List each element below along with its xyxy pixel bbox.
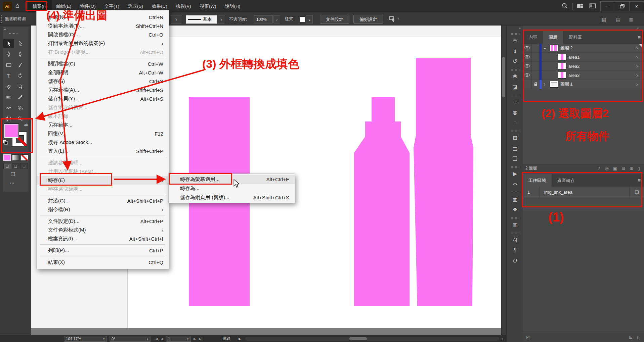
menu-item-document-color-mode[interactable]: 文件色彩模式(M)› xyxy=(37,226,169,234)
appearance-icon[interactable]: ◌ xyxy=(507,117,523,128)
artboard-number-combo[interactable]: 1∨ xyxy=(166,336,191,342)
dock-grip[interactable] xyxy=(511,130,519,132)
menu-help[interactable]: 說明(H) xyxy=(220,0,245,12)
eraser-tool[interactable] xyxy=(3,82,14,91)
rotate-tool[interactable] xyxy=(15,71,26,81)
panel-view-icon[interactable] xyxy=(589,3,596,10)
lasso-select-tool[interactable] xyxy=(15,82,26,91)
stroke-style-preview[interactable]: 基本 xyxy=(186,15,217,24)
menu-item-save-as[interactable]: 另存新檔(A)...Shift+Ctrl+S xyxy=(37,86,169,94)
menu-item-close[interactable]: 關閉檔案(C)Ctrl+W xyxy=(37,59,169,68)
paintbrush-tool[interactable] xyxy=(15,60,26,70)
target-circle-icon[interactable]: ○ xyxy=(635,55,638,60)
search-icon[interactable] xyxy=(561,2,568,10)
menu-item-invite-to-edit[interactable]: 邀請參與編輯... xyxy=(37,158,169,167)
minimize-button[interactable]: – xyxy=(600,1,615,11)
control-bar-grip[interactable] xyxy=(1,15,3,23)
first-artboard-icon[interactable]: |◀ xyxy=(155,337,158,341)
control-menu-icon[interactable]: ≣ xyxy=(629,15,633,24)
menu-item-export-as[interactable]: 轉存為... xyxy=(169,184,295,193)
layer-row-area2[interactable]: area2 ○ xyxy=(523,62,644,71)
object-name[interactable]: area3 xyxy=(568,73,635,78)
next-artboard-icon[interactable]: ▶ xyxy=(194,337,196,341)
swap-fill-stroke-icon[interactable]: ⇄ xyxy=(24,122,28,127)
horizontal-scrollbar[interactable] xyxy=(245,337,499,341)
draw-behind-mode[interactable]: ❏ xyxy=(12,163,19,169)
type-tool[interactable]: T xyxy=(3,71,14,81)
menu-window[interactable]: 視窗(W) xyxy=(196,0,221,12)
new-artboard-icon[interactable]: ❏ xyxy=(629,187,644,198)
menu-item-export-selection[interactable]: 轉存選取範圍... xyxy=(37,185,169,193)
paragraph-icon[interactable]: ¶ xyxy=(507,245,523,255)
object-name[interactable]: area2 xyxy=(568,64,635,69)
app-logo[interactable]: Ai xyxy=(3,2,12,11)
chevron-down-icon[interactable] xyxy=(544,46,548,51)
menu-item-share-for-review[interactable]: 共用以供審核 (Beta)... xyxy=(37,167,169,176)
pen-tool[interactable] xyxy=(3,50,14,59)
layer-name[interactable]: 圖層 2 xyxy=(560,45,635,51)
align-icon[interactable]: ▤ xyxy=(507,143,523,153)
locate-object-icon[interactable]: ◎ xyxy=(605,166,608,171)
menu-item-save-for-web-legacy[interactable]: 儲存為網頁用 (舊版)...Alt+Shift+Ctrl+S xyxy=(169,193,295,202)
dock-grip[interactable] xyxy=(511,94,519,96)
collapse-tools-icon[interactable]: « xyxy=(4,27,6,32)
menu-item-save-selected-slices[interactable]: 儲存選取的切片... xyxy=(37,103,169,112)
horizontal-scroll-thumb[interactable] xyxy=(349,337,367,340)
rectangle-tool[interactable] xyxy=(3,60,14,70)
lock-cell[interactable] xyxy=(532,71,540,80)
menu-item-close-all[interactable]: 全部關閉Alt+Ctrl+W xyxy=(37,68,169,77)
style-dropdown[interactable]: ∨ xyxy=(306,15,313,23)
restore-button[interactable] xyxy=(615,1,630,11)
layer-name[interactable]: 圖層 1 xyxy=(560,81,635,87)
layer-row-layer1[interactable]: 圖層 1 ○ xyxy=(523,80,644,89)
visibility-eye-icon[interactable] xyxy=(523,62,532,71)
tab-layers[interactable]: 圖層 xyxy=(543,31,563,44)
color-guide-icon[interactable]: ✳ xyxy=(507,35,523,46)
visibility-eye-icon[interactable] xyxy=(523,53,532,62)
tools-grip[interactable] xyxy=(9,33,17,34)
opacity-field[interactable]: 100% xyxy=(254,15,273,23)
layer-row-area1[interactable]: area1 ○ xyxy=(523,53,644,62)
opacity-label[interactable]: 不透明度: xyxy=(229,15,247,24)
menu-item-export[interactable]: 轉存(E)› xyxy=(37,176,169,185)
home-icon[interactable]: ⌂ xyxy=(15,2,19,9)
collect-for-export-icon[interactable]: ⇗ xyxy=(597,166,600,171)
direct-selection-tool[interactable] xyxy=(15,39,26,48)
dock-grip[interactable] xyxy=(511,33,519,35)
collapse-panels-icon[interactable]: » xyxy=(637,27,639,31)
tab-libraries[interactable]: 資料庫 xyxy=(563,31,588,44)
layer-thumbnail[interactable] xyxy=(550,45,558,51)
width-tool[interactable] xyxy=(3,103,14,113)
close-button[interactable]: × xyxy=(629,1,644,11)
tab-asset-export[interactable]: 資產轉存 xyxy=(552,174,581,187)
shape-area3[interactable] xyxy=(414,58,473,306)
gradient-icon[interactable]: ◪ xyxy=(507,82,523,92)
opacity-expand[interactable]: › xyxy=(273,15,280,23)
menu-item-open-recent[interactable]: 打開最近使用過的檔案(F)› xyxy=(37,39,169,48)
pathfinder-icon[interactable]: ❏ xyxy=(507,153,523,164)
style-swatch[interactable] xyxy=(300,16,305,22)
new-sublayer-icon[interactable]: ⊟ xyxy=(621,166,625,171)
menu-item-search-adobe-stock[interactable]: 搜尋 Adobe Stock... xyxy=(37,138,169,147)
artboard-tool[interactable] xyxy=(3,114,14,124)
tab-artboards[interactable]: 工作區域 xyxy=(523,174,552,187)
menu-item-export-for-screens[interactable]: 轉存為螢幕適用...Alt+Ctrl+E xyxy=(169,175,295,184)
menu-item-scripts[interactable]: 指令檔(R)› xyxy=(37,205,169,214)
draw-inside-mode[interactable]: ❏ xyxy=(20,163,28,169)
zoom-level-combo[interactable]: 104.17%∨ xyxy=(64,336,107,342)
visibility-eye-icon[interactable] xyxy=(523,71,532,80)
draw-normal-mode[interactable]: ❏ xyxy=(3,163,11,169)
chevron-right-icon[interactable] xyxy=(544,82,548,87)
dock-grip[interactable] xyxy=(511,232,519,234)
status-play-icon[interactable]: ▶ xyxy=(239,337,241,341)
dock-grip[interactable] xyxy=(511,166,519,168)
workspace-layout-icon[interactable] xyxy=(577,3,583,10)
opentype-icon[interactable]: O xyxy=(507,255,523,266)
make-clipping-mask-icon[interactable]: ▣ xyxy=(613,166,617,171)
tab-properties[interactable]: 內容 xyxy=(523,31,543,44)
target-circle-icon[interactable]: ○ xyxy=(635,73,638,78)
panel-menu-icon[interactable]: ≡ xyxy=(638,177,641,183)
history-icon[interactable]: ↺ xyxy=(507,56,523,66)
default-stroke-icon[interactable] xyxy=(4,141,8,145)
menu-item-revert[interactable]: 回復(V)F12 xyxy=(37,129,169,138)
